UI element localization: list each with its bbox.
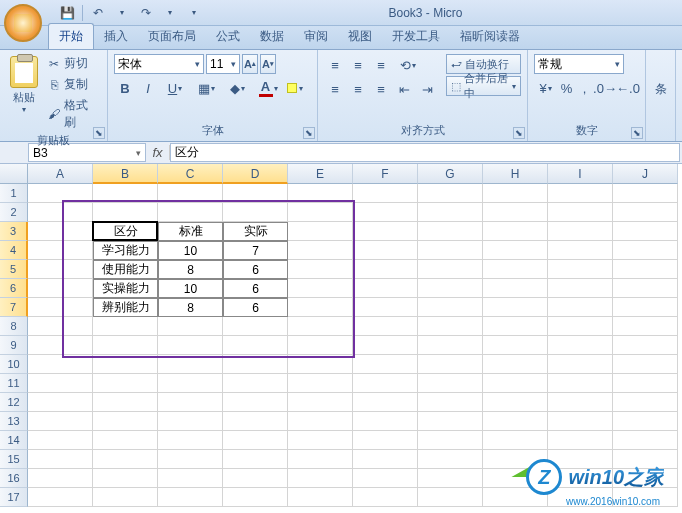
increase-decimal-button[interactable]: .0→ [594,77,616,99]
row-header-9[interactable]: 9 [0,336,28,355]
align-left-button[interactable]: ≡ [324,78,346,100]
paste-button[interactable]: 粘贴 ▾ [6,54,41,132]
row-header-1[interactable]: 1 [0,184,28,203]
tab-insert[interactable]: 插入 [94,24,138,49]
align-middle-button[interactable]: ≡ [347,54,369,76]
tab-view[interactable]: 视图 [338,24,382,49]
shrink-font-button[interactable]: A▾ [260,54,276,74]
cell-D3[interactable]: 实际 [223,222,288,241]
align-top-button[interactable]: ≡ [324,54,346,76]
font-size-combo[interactable]: 11▾ [206,54,240,74]
cell-B7[interactable]: 辨别能力 [93,298,158,317]
font-name-combo[interactable]: 宋体▾ [114,54,204,74]
row-header-13[interactable]: 13 [0,412,28,431]
tab-foxit[interactable]: 福昕阅读器 [450,24,530,49]
more-icon[interactable]: 条 [652,54,669,125]
borders-button[interactable]: ▦▾ [191,77,221,99]
select-all-corner[interactable] [0,164,28,184]
tab-home[interactable]: 开始 [48,23,94,49]
number-dialog-launcher[interactable]: ⬊ [631,127,643,139]
row-header-17[interactable]: 17 [0,488,28,507]
cell-D6[interactable]: 6 [223,279,288,298]
worksheet-grid[interactable]: A B C D E F G H I J 1 2 3 4 5 6 7 8 9 10… [0,164,682,513]
row-header-6[interactable]: 6 [0,279,28,298]
office-button[interactable] [4,4,42,42]
row-header-16[interactable]: 16 [0,469,28,488]
cell-C4[interactable]: 10 [158,241,223,260]
cell-B3[interactable]: 区分 [93,222,158,241]
number-format-combo[interactable]: 常规▾ [534,54,624,74]
col-header-A[interactable]: A [28,164,93,184]
col-header-G[interactable]: G [418,164,483,184]
cut-button[interactable]: ✂ 剪切 [45,54,101,73]
font-color-button[interactable]: A▾ [253,77,283,99]
col-header-B[interactable]: B [93,164,158,184]
tab-review[interactable]: 审阅 [294,24,338,49]
tab-formulas[interactable]: 公式 [206,24,250,49]
underline-button[interactable]: U▾ [160,77,190,99]
cell-C3[interactable]: 标准 [158,222,223,241]
row-header-5[interactable]: 5 [0,260,28,279]
row-header-15[interactable]: 15 [0,450,28,469]
fx-button[interactable]: fx [146,145,170,160]
cell-B4[interactable]: 学习能力 [93,241,158,260]
percent-button[interactable]: % [558,77,575,99]
align-bottom-button[interactable]: ≡ [370,54,392,76]
row-header-10[interactable]: 10 [0,355,28,374]
cell-B5[interactable]: 使用能力 [93,260,158,279]
cell-D7[interactable]: 6 [223,298,288,317]
redo-icon[interactable]: ↷ [137,4,155,22]
formula-bar[interactable]: 区分 [170,143,680,162]
col-header-I[interactable]: I [548,164,613,184]
undo-dropdown-icon[interactable]: ▾ [113,4,131,22]
decrease-indent-button[interactable]: ⇤ [393,78,415,100]
row-header-3[interactable]: 3 [0,222,28,241]
cell-D5[interactable]: 6 [223,260,288,279]
cell-C7[interactable]: 8 [158,298,223,317]
row-header-4[interactable]: 4 [0,241,28,260]
font-dialog-launcher[interactable]: ⬊ [303,127,315,139]
bold-button[interactable]: B [114,77,136,99]
undo-icon[interactable]: ↶ [89,4,107,22]
increase-indent-button[interactable]: ⇥ [416,78,438,100]
cell-B6[interactable]: 实操能力 [93,279,158,298]
grow-font-button[interactable]: A▴ [242,54,258,74]
phonetic-button[interactable]: ▾ [284,77,306,99]
row-header-8[interactable]: 8 [0,317,28,336]
accounting-format-button[interactable]: ¥▾ [534,77,557,99]
row-header-2[interactable]: 2 [0,203,28,222]
watermark-win10-text: win10之家 [568,464,664,491]
align-center-button[interactable]: ≡ [347,78,369,100]
cell-D4[interactable]: 7 [223,241,288,260]
alignment-dialog-launcher[interactable]: ⬊ [513,127,525,139]
copy-label: 复制 [64,76,88,93]
chevron-down-icon: ▾ [412,61,416,70]
row-header-7[interactable]: 7 [0,298,28,317]
tab-developer[interactable]: 开发工具 [382,24,450,49]
copy-button[interactable]: ⎘ 复制 [45,75,101,94]
fill-color-button[interactable]: ◆▾ [222,77,252,99]
col-header-D[interactable]: D [223,164,288,184]
col-header-H[interactable]: H [483,164,548,184]
italic-button[interactable]: I [137,77,159,99]
tab-page-layout[interactable]: 页面布局 [138,24,206,49]
comma-button[interactable]: , [576,77,593,99]
tab-data[interactable]: 数据 [250,24,294,49]
col-header-E[interactable]: E [288,164,353,184]
col-header-F[interactable]: F [353,164,418,184]
qat-customize-icon[interactable]: ▾ [185,4,203,22]
row-header-11[interactable]: 11 [0,374,28,393]
align-right-button[interactable]: ≡ [370,78,392,100]
clipboard-dialog-launcher[interactable]: ⬊ [93,127,105,139]
cell-C6[interactable]: 10 [158,279,223,298]
row-header-12[interactable]: 12 [0,393,28,412]
col-header-C[interactable]: C [158,164,223,184]
cell-C5[interactable]: 8 [158,260,223,279]
save-icon[interactable]: 💾 [58,4,76,22]
col-header-J[interactable]: J [613,164,678,184]
orientation-button[interactable]: ⟲▾ [393,54,423,76]
row-header-14[interactable]: 14 [0,431,28,450]
merge-center-button[interactable]: ⬚ 合并后居中 ▾ [446,76,521,96]
decrease-decimal-button[interactable]: ←.0 [617,77,639,99]
redo-dropdown-icon[interactable]: ▾ [161,4,179,22]
